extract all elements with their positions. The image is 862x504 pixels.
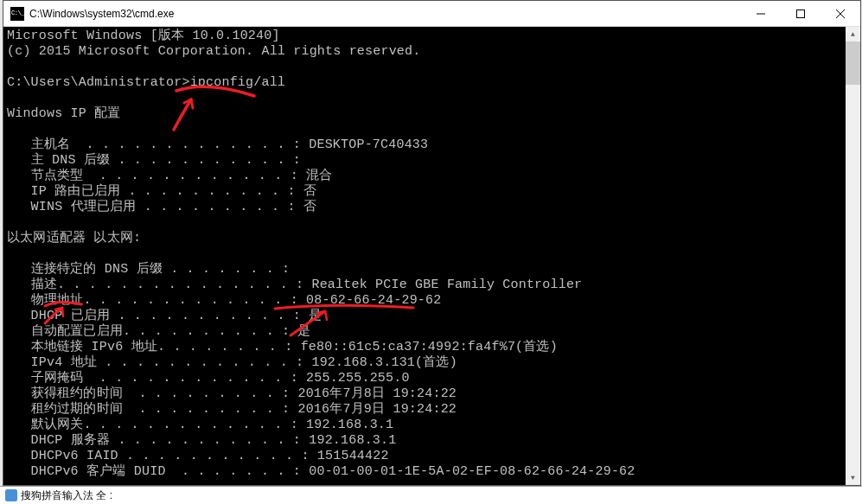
value-iaid: 151544422 [317, 449, 389, 463]
value-autoconfig: 是 [297, 324, 310, 339]
label: 主 DNS 后缀 . . . . . . . . . . . : [7, 153, 301, 168]
window-controls [741, 1, 860, 26]
ime-bar[interactable]: 搜狗拼音输入法 全 : [0, 486, 862, 504]
value-ipv4: 192.168.3.131(首选) [311, 355, 457, 370]
minimize-button[interactable] [741, 1, 781, 26]
label: 主机名 . . . . . . . . . . . . . : [7, 137, 309, 152]
value-gateway: 192.168.3.1 [306, 418, 393, 432]
window-title: C:\Windows\system32\cmd.exe [29, 8, 741, 20]
label: 租约过期的时间 . . . . . . . . . : [7, 402, 297, 417]
label: WINS 代理已启用 . . . . . . . . . : [7, 200, 303, 214]
label: 描述. . . . . . . . . . . . . . . : [7, 278, 311, 292]
value-lease-obtained: 2016年7月8日 19:24:22 [297, 386, 457, 401]
value-iproute: 否 [303, 184, 316, 199]
label: 节点类型 . . . . . . . . . . . . : [7, 169, 306, 183]
value-description: Realtek PCIe GBE Family Controller [311, 278, 582, 292]
value-hostname: DESKTOP-7C40433 [309, 137, 428, 152]
label: 自动配置已启用. . . . . . . . . . : [7, 324, 297, 339]
ime-icon [5, 489, 17, 501]
value-dhcp: 是 [309, 309, 322, 323]
value-duid: 00-01-00-01-1E-5A-02-EF-08-62-66-24-29-6… [309, 464, 635, 479]
value-lease-expires: 2016年7月9日 19:24:22 [297, 402, 457, 417]
scroll-thumb[interactable] [846, 41, 860, 85]
label: 物理地址. . . . . . . . . . . . . : [7, 293, 306, 308]
label: IPv4 地址 . . . . . . . . . . . . : [7, 355, 311, 370]
label: 本地链接 IPv6 地址. . . . . . . . : [7, 340, 301, 354]
vertical-scrollbar[interactable]: ▲ ▼ [846, 27, 860, 485]
maximize-button[interactable] [781, 1, 820, 26]
label: DHCPv6 IAID . . . . . . . . . . . : [7, 449, 317, 463]
cmd-icon [10, 7, 24, 21]
ime-text: 搜狗拼音输入法 全 : [21, 488, 112, 503]
label: DHCP 已启用 . . . . . . . . . . . : [7, 309, 309, 323]
label: 获得租约的时间 . . . . . . . . . : [7, 386, 297, 401]
section-header: 以太网适配器 以太网: [7, 231, 141, 246]
label: DHCP 服务器 . . . . . . . . . . . : [7, 433, 309, 448]
cmd-window: C:\Windows\system32\cmd.exe Microsoft Wi… [3, 0, 861, 486]
titlebar[interactable]: C:\Windows\system32\cmd.exe [3, 1, 860, 27]
label: IP 路由已启用 . . . . . . . . . . : [7, 184, 303, 199]
label: DHCPv6 客户端 DUID . . . . . . . : [7, 464, 309, 479]
terminal-output[interactable]: Microsoft Windows [版本 10.0.10240] (c) 20… [3, 27, 860, 485]
svg-rect-1 [797, 10, 805, 17]
command-text: ipconfig/all [190, 75, 285, 90]
label: 子网掩码 . . . . . . . . . . . . : [7, 371, 306, 386]
value-dhcp-server: 192.168.3.1 [309, 433, 396, 448]
value-wins: 否 [303, 200, 316, 214]
close-button[interactable] [820, 1, 860, 26]
scroll-down-arrow-icon[interactable]: ▼ [846, 470, 860, 485]
value-ipv6: fe80::61c5:ca37:4992:fa4f%7(首选) [301, 340, 558, 354]
line: (c) 2015 Microsoft Corporation. All righ… [7, 44, 420, 59]
value-mac-address: 08-62-66-24-29-62 [306, 293, 441, 308]
value-nodetype: 混合 [306, 169, 332, 183]
label: 默认网关. . . . . . . . . . . . . : [7, 418, 306, 432]
prompt: C:\Users\Administrator> [7, 75, 190, 90]
section-header: Windows IP 配置 [7, 106, 121, 121]
scroll-up-arrow-icon[interactable]: ▲ [846, 27, 860, 41]
line: Microsoft Windows [版本 10.0.10240] [7, 29, 280, 43]
label: 连接特定的 DNS 后缀 . . . . . . . : [7, 262, 290, 277]
value-subnet: 255.255.255.0 [306, 371, 410, 386]
